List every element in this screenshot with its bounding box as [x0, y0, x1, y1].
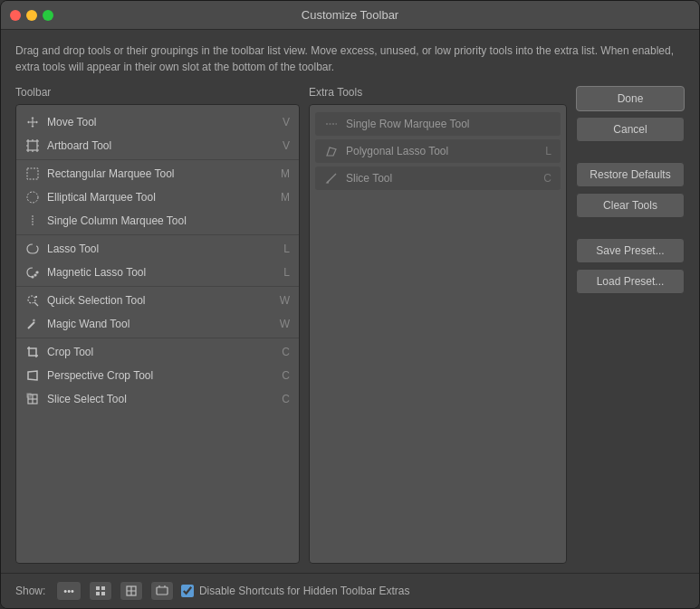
lasso-icon	[25, 242, 40, 256]
tool-item-crop[interactable]: Crop Tool C	[16, 340, 299, 364]
tool-item-magic-wand[interactable]: Magic Wand Tool W	[16, 312, 299, 336]
save-preset-button[interactable]: Save Preset...	[576, 238, 685, 263]
tool-name-move: Move Tool	[47, 116, 275, 128]
tool-group-selection: Quick Selection Tool W Magic Wand Tool	[16, 287, 299, 338]
maximize-button[interactable]	[43, 10, 53, 21]
toolbar-list[interactable]: Move Tool V	[15, 104, 300, 564]
tool-shortcut-crop: C	[282, 346, 290, 358]
customize-toolbar-dialog: Customize Toolbar Drag and drop tools or…	[0, 0, 700, 609]
svg-line-20	[34, 302, 38, 306]
dots-icon: •••	[63, 585, 74, 596]
tool-item-persp-crop[interactable]: Perspective Crop Tool C	[16, 364, 299, 387]
svg-point-18	[36, 271, 38, 273]
svg-point-17	[34, 274, 36, 276]
toolbar-panel: Toolbar Move Tool V	[15, 86, 300, 564]
tool-group-crop: Crop Tool C Perspective Crop Tool C	[16, 338, 299, 413]
persp-crop-icon	[25, 368, 40, 383]
tool-item-lasso[interactable]: Lasso Tool L	[16, 237, 299, 261]
tool-name-rect-marquee: Rectangular Marquee Tool	[47, 167, 273, 180]
tool-shortcut-magic-wand: W	[280, 318, 290, 330]
crop-icon	[25, 345, 40, 359]
tool-shortcut-persp-crop: C	[282, 369, 290, 382]
single-row-icon	[324, 117, 339, 131]
tool-shortcut-lasso: L	[283, 243, 290, 255]
show-icon-btn-3[interactable]	[150, 581, 174, 601]
traffic-lights	[10, 10, 53, 21]
show-dots-button[interactable]: •••	[56, 581, 82, 601]
extra-item-single-row[interactable]: Single Row Marquee Tool	[315, 112, 561, 136]
tool-name-quick-sel: Quick Selection Tool	[47, 294, 273, 307]
minimize-button[interactable]	[26, 10, 37, 21]
tool-shortcut-artboard: V	[283, 139, 290, 152]
svg-line-21	[28, 322, 34, 328]
clear-tools-button[interactable]: Clear Tools	[576, 193, 685, 218]
show-icon-btn-1[interactable]	[89, 581, 112, 601]
slice-icon	[324, 171, 339, 186]
tool-shortcut-slice-sel: C	[282, 393, 290, 405]
extra-name-poly-lasso: Polygonal Lasso Tool	[346, 145, 538, 157]
svg-rect-28	[96, 586, 100, 590]
move-icon	[25, 115, 40, 129]
bottom-bar: Show: •••	[1, 573, 699, 608]
svg-marker-22	[33, 319, 36, 321]
dialog-title: Customize Toolbar	[302, 8, 398, 22]
tool-item-ellipse-marquee[interactable]: Elliptical Marquee Tool M	[16, 186, 299, 209]
tool-item-rect-marquee[interactable]: Rectangular Marquee Tool M	[16, 162, 299, 186]
svg-rect-29	[96, 592, 100, 595]
show-label: Show:	[15, 585, 45, 597]
extra-tools-panel: Extra Tools Single Row Marquee Tool	[309, 86, 567, 564]
tool-item-mag-lasso[interactable]: Magnetic Lasso Tool L	[16, 261, 299, 284]
tool-shortcut-rect-marquee: M	[281, 167, 290, 180]
tool-group-move: Move Tool V	[16, 109, 299, 160]
tool-group-lasso: Lasso Tool L	[16, 235, 299, 287]
single-col-icon	[25, 214, 40, 228]
extra-name-slice: Slice Tool	[346, 172, 536, 185]
magic-wand-icon	[25, 317, 40, 331]
tool-item-move[interactable]: Move Tool V	[16, 110, 299, 134]
show-icon-btn-2[interactable]	[120, 581, 143, 601]
toolbar-label: Toolbar	[15, 86, 300, 99]
tool-item-single-col[interactable]: Single Column Marquee Tool	[16, 209, 299, 233]
extra-list[interactable]: Single Row Marquee Tool Polygonal Lasso …	[309, 104, 567, 564]
slice-sel-icon	[25, 392, 40, 406]
action-buttons: Done Cancel Restore Defaults Clear Tools…	[576, 86, 685, 564]
tool-name-lasso: Lasso Tool	[47, 243, 276, 255]
tool-group-marquee: Rectangular Marquee Tool M Elliptical Ma…	[16, 160, 299, 235]
disable-shortcuts-checkbox[interactable]	[181, 585, 194, 597]
rect-marquee-icon	[25, 167, 40, 181]
tool-name-ellipse-marquee: Elliptical Marquee Tool	[47, 191, 273, 204]
done-button[interactable]: Done	[576, 86, 685, 111]
ellipse-marquee-icon	[25, 190, 40, 205]
title-bar: Customize Toolbar	[1, 1, 699, 30]
tool-item-quick-sel[interactable]: Quick Selection Tool W	[16, 289, 299, 312]
restore-defaults-button[interactable]: Restore Defaults	[576, 162, 685, 187]
tool-name-mag-lasso: Magnetic Lasso Tool	[47, 266, 276, 279]
artboard-icon	[25, 138, 40, 153]
poly-lasso-icon	[324, 144, 339, 158]
tool-shortcut-ellipse-marquee: M	[281, 191, 290, 204]
close-button[interactable]	[10, 10, 21, 21]
tool-name-crop: Crop Tool	[47, 346, 274, 358]
quick-sel-icon	[25, 293, 40, 308]
tool-shortcut-mag-lasso: L	[283, 266, 290, 279]
svg-rect-30	[101, 586, 105, 590]
load-preset-button[interactable]: Load Preset...	[576, 269, 685, 294]
extra-item-poly-lasso[interactable]: Polygonal Lasso Tool L	[315, 139, 561, 163]
tool-name-persp-crop: Perspective Crop Tool	[47, 369, 274, 382]
svg-point-14	[27, 192, 38, 203]
mag-lasso-icon	[25, 265, 40, 280]
extra-item-slice[interactable]: Slice Tool C	[315, 167, 561, 190]
disable-shortcuts-text: Disable Shortcuts for Hidden Toolbar Ext…	[199, 585, 410, 597]
main-area: Toolbar Move Tool V	[15, 86, 685, 564]
disable-shortcuts-label[interactable]: Disable Shortcuts for Hidden Toolbar Ext…	[181, 585, 410, 597]
tool-name-single-col: Single Column Marquee Tool	[47, 214, 283, 227]
svg-rect-31	[101, 592, 105, 595]
svg-rect-0	[28, 141, 37, 150]
cancel-button[interactable]: Cancel	[576, 117, 685, 142]
extra-label: Extra Tools	[309, 86, 567, 99]
tool-item-artboard[interactable]: Artboard Tool V	[16, 134, 299, 157]
dialog-content: Drag and drop tools or their groupings i…	[1, 30, 699, 573]
tool-shortcut-quick-sel: W	[280, 294, 290, 307]
svg-rect-35	[157, 587, 168, 595]
tool-item-slice-sel[interactable]: Slice Select Tool C	[16, 387, 299, 411]
